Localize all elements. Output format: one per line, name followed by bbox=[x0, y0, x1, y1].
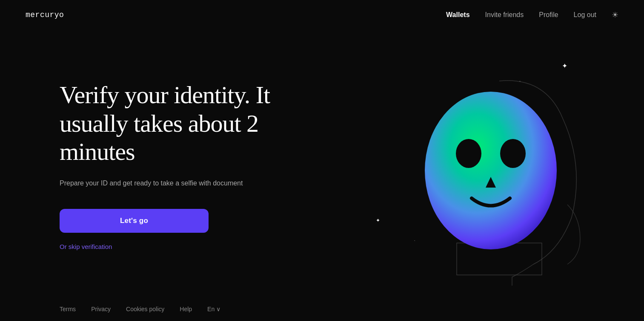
footer-privacy[interactable]: Privacy bbox=[91, 306, 111, 312]
svg-rect-0 bbox=[457, 243, 542, 275]
footer-terms[interactable]: Terms bbox=[60, 306, 76, 312]
lets-go-button[interactable]: Let's go bbox=[60, 209, 209, 233]
footer-help[interactable]: Help bbox=[180, 306, 192, 312]
nav-wallets[interactable]: Wallets bbox=[446, 11, 469, 19]
footer-cookies-policy[interactable]: Cookies policy bbox=[126, 306, 164, 312]
footer: Terms Privacy Cookies policy Help En ∨ bbox=[0, 297, 644, 321]
svg-point-1 bbox=[425, 92, 557, 249]
hero-subtitle: Prepare your ID and get ready to take a … bbox=[60, 178, 298, 188]
nav-logout[interactable]: Log out bbox=[574, 11, 596, 19]
main-content: Verify your identity. It usually takes a… bbox=[0, 30, 644, 286]
logo: mercuryo bbox=[26, 11, 64, 19]
svg-point-3 bbox=[500, 139, 526, 168]
language-selector[interactable]: En ∨ bbox=[207, 306, 220, 312]
sparkle-icon-3: ✦ bbox=[376, 217, 380, 223]
lang-label: En bbox=[207, 306, 215, 312]
svg-marker-4 bbox=[486, 177, 496, 188]
content-left: Verify your identity. It usually takes a… bbox=[60, 64, 298, 251]
skip-verification-link[interactable]: Or skip verification bbox=[60, 243, 112, 250]
header: mercuryo Wallets Invite friends Profile … bbox=[0, 0, 644, 30]
illustration-container: ✦ · ✦ · bbox=[363, 55, 618, 286]
nav-invite-friends[interactable]: Invite friends bbox=[485, 11, 524, 19]
theme-toggle-icon[interactable]: ☀ bbox=[612, 10, 618, 20]
main-nav: Wallets Invite friends Profile Log out ☀ bbox=[446, 10, 618, 20]
illustration-svg bbox=[363, 55, 618, 286]
sparkle-icon-4: · bbox=[414, 239, 415, 243]
sparkle-icon-1: ✦ bbox=[562, 62, 567, 70]
chevron-down-icon: ∨ bbox=[216, 306, 220, 312]
svg-point-2 bbox=[456, 139, 481, 168]
sparkle-icon-2: · bbox=[519, 79, 521, 84]
nav-profile[interactable]: Profile bbox=[539, 11, 558, 19]
hero-title: Verify your identity. It usually takes a… bbox=[60, 81, 298, 166]
